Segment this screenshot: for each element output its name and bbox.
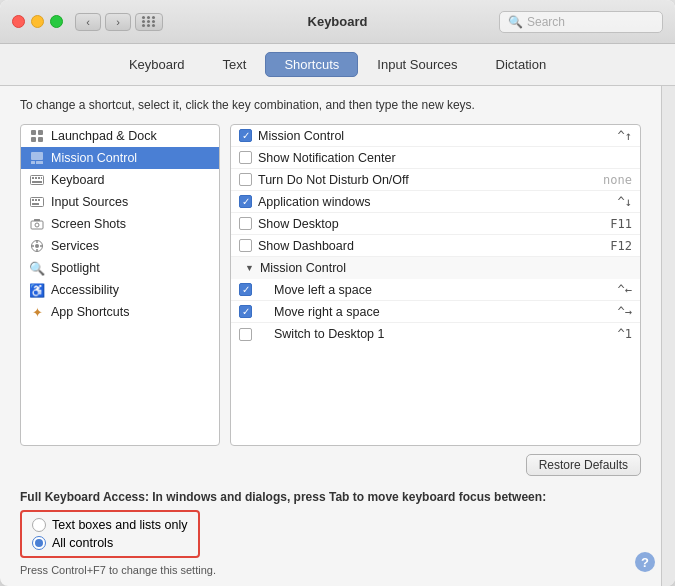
services-icon [29,238,45,254]
grid-button[interactable] [135,13,163,31]
svg-rect-14 [32,199,34,201]
section-header-mission-control[interactable]: ▼ Mission Control [231,257,640,279]
titlebar: ‹ › Keyboard 🔍 Search [0,0,675,44]
shortcut-row-switch-desktop[interactable]: Switch to Desktop 1 ^1 [231,323,640,345]
forward-button[interactable]: › [105,13,131,31]
traffic-lights [12,15,63,28]
window-title: Keyboard [308,14,368,29]
svg-rect-2 [31,137,36,142]
svg-rect-6 [36,161,43,164]
minimize-button[interactable] [31,15,44,28]
search-box[interactable]: 🔍 Search [499,11,663,33]
checkbox-app-windows[interactable]: ✓ [239,195,252,208]
keyboard-icon [29,172,45,188]
close-button[interactable] [12,15,25,28]
accessibility-icon: ♿ [29,282,45,298]
svg-rect-4 [31,152,43,160]
radio-all-controls[interactable]: All controls [32,536,188,550]
sidebar-item-keyboard[interactable]: Keyboard [21,169,219,191]
shortcut-key: none [603,173,632,187]
shortcut-row-app-windows[interactable]: ✓ Application windows ^↓ [231,191,640,213]
shortcut-row-mission-control[interactable]: ✓ Mission Control ^↑ [231,125,640,147]
svg-rect-9 [35,177,37,179]
sidebar-item-input-sources[interactable]: Input Sources [21,191,219,213]
svg-rect-8 [32,177,34,179]
section-name: Mission Control [260,261,632,275]
back-button[interactable]: ‹ [75,13,101,31]
shortcut-row-move-right[interactable]: ✓ Move right a space ^→ [231,301,640,323]
help-button[interactable]: ? [635,552,655,572]
svg-rect-20 [34,219,40,221]
maximize-button[interactable] [50,15,63,28]
checkbox-show-desktop[interactable] [239,217,252,230]
sidebar-item-label: Accessibility [51,283,119,297]
keyboard-access-section: Full Keyboard Access: In windows and dia… [20,490,641,576]
shortcut-row-move-left[interactable]: ✓ Move left a space ^← [231,279,640,301]
sidebar-item-mission-control[interactable]: Mission Control [21,147,219,169]
shortcut-name: Switch to Desktop 1 [258,327,612,341]
shortcut-name: Turn Do Not Disturb On/Off [258,173,597,187]
shortcut-key: F12 [610,239,632,253]
sidebar-item-app-shortcuts[interactable]: ✦ App Shortcuts [21,301,219,323]
sidebar-item-launchpad[interactable]: Launchpad & Dock [21,125,219,147]
scrollbar[interactable] [661,86,675,586]
checkbox-show-dashboard[interactable] [239,239,252,252]
svg-rect-13 [31,198,44,207]
shortcut-name: Mission Control [258,129,612,143]
search-placeholder: Search [527,15,565,29]
svg-rect-10 [38,177,40,179]
sidebar-item-label: Spotlight [51,261,100,275]
sidebar-item-spotlight[interactable]: 🔍 Spotlight [21,257,219,279]
shortcut-key: ^↑ [618,129,632,143]
svg-rect-18 [31,221,43,229]
radio-circle-all-controls[interactable] [32,536,46,550]
shortcut-name: Show Dashboard [258,239,604,253]
radio-circle-text-boxes[interactable] [32,518,46,532]
shortcut-row-dnd[interactable]: Turn Do Not Disturb On/Off none [231,169,640,191]
radio-text-boxes[interactable]: Text boxes and lists only [32,518,188,532]
tab-input-sources[interactable]: Input Sources [358,52,476,77]
radio-group: Text boxes and lists only All controls [20,510,200,558]
checkbox-mission-control[interactable]: ✓ [239,129,252,142]
sidebar-item-services[interactable]: Services [21,235,219,257]
shortcut-row-show-dashboard[interactable]: Show Dashboard F12 [231,235,640,257]
sidebar-item-label: Mission Control [51,151,137,165]
spotlight-icon: 🔍 [29,260,45,276]
checkbox-move-left[interactable]: ✓ [239,283,252,296]
svg-rect-3 [38,137,43,142]
shortcut-row-show-desktop[interactable]: Show Desktop F11 [231,213,640,235]
sidebar-item-screenshots[interactable]: Screen Shots [21,213,219,235]
right-panel: ✓ Mission Control ^↑ Show Notification C… [230,124,641,446]
tab-text[interactable]: Text [204,52,266,77]
svg-rect-15 [35,199,37,201]
app-shortcuts-icon: ✦ [29,304,45,320]
svg-rect-7 [31,176,44,185]
radio-label: All controls [52,536,113,550]
shortcut-name: Application windows [258,195,612,209]
sidebar-item-label: Screen Shots [51,217,126,231]
shortcut-key: ^→ [618,305,632,319]
svg-rect-11 [41,177,42,179]
sidebar-item-accessibility[interactable]: ♿ Accessibility [21,279,219,301]
checkbox-dnd[interactable] [239,173,252,186]
tab-dictation[interactable]: Dictation [477,52,566,77]
instruction-text: To change a shortcut, select it, click t… [20,98,641,112]
svg-rect-16 [38,199,40,201]
sidebar-item-label: Launchpad & Dock [51,129,157,143]
sidebar-item-label: Keyboard [51,173,105,187]
triangle-icon: ▼ [245,263,254,273]
sidebar-item-label: Services [51,239,99,253]
shortcut-key: ^↓ [618,195,632,209]
shortcut-row-notification[interactable]: Show Notification Center [231,147,640,169]
radio-label: Text boxes and lists only [52,518,188,532]
left-panel: Launchpad & Dock Mission Control [20,124,220,446]
checkbox-notification[interactable] [239,151,252,164]
checkbox-move-right[interactable]: ✓ [239,305,252,318]
tab-shortcuts[interactable]: Shortcuts [265,52,358,77]
checkbox-switch-desktop[interactable] [239,328,252,341]
hint-text: Press Control+F7 to change this setting. [20,564,641,576]
restore-defaults-button[interactable]: Restore Defaults [526,454,641,476]
tab-keyboard[interactable]: Keyboard [110,52,204,77]
launchpad-icon [29,128,45,144]
shortcut-name: Move right a space [258,305,612,319]
